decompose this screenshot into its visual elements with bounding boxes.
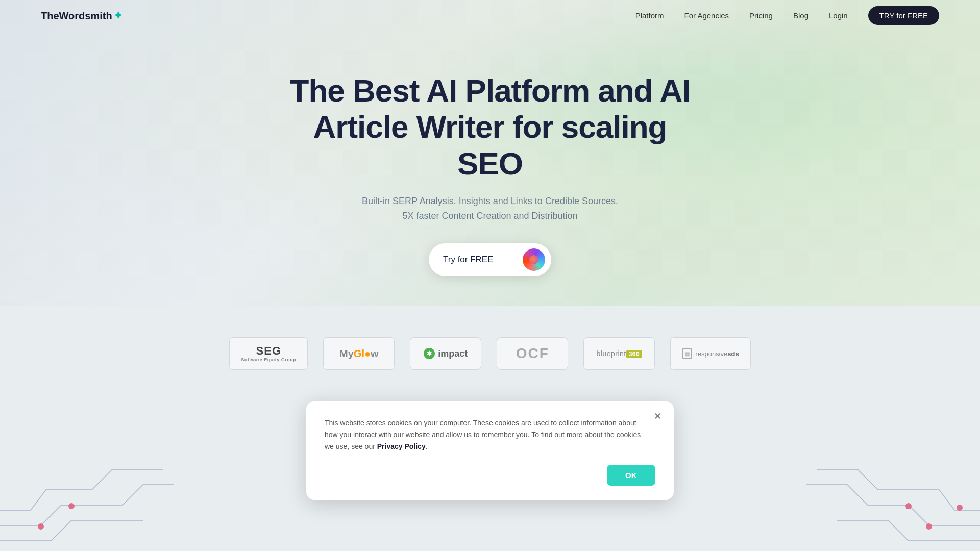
modal-body-text: This website stores cookies on your comp…: [325, 417, 655, 453]
modal-overlay: ✕ This website stores cookies on your co…: [0, 0, 980, 551]
privacy-policy-link[interactable]: Privacy Policy: [377, 442, 426, 450]
cookie-modal: ✕ This website stores cookies on your co…: [306, 401, 674, 500]
modal-close-button[interactable]: ✕: [650, 409, 665, 423]
modal-ok-button[interactable]: OK: [607, 465, 655, 486]
